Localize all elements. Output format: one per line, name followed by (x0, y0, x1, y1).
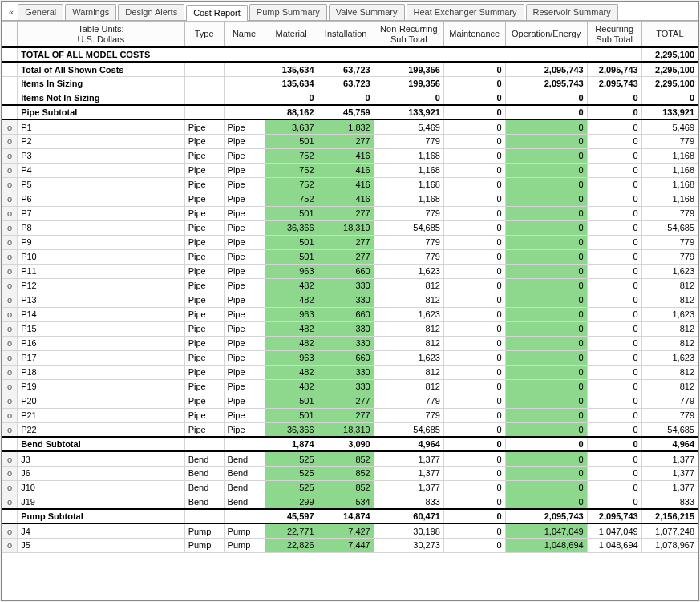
cell-operation[interactable]: 2,095,743 (505, 509, 587, 523)
cell-material[interactable]: 22,826 (265, 538, 318, 552)
cell-nonrecurring[interactable]: 812 (374, 365, 443, 379)
cell-nonrecurring[interactable]: 812 (374, 379, 443, 394)
cell-total[interactable]: 1,623 (641, 264, 698, 278)
cost-grid-scroll[interactable]: Table Units:U.S. Dollars Type Name Mater… (2, 21, 698, 600)
row-marker[interactable]: o (2, 321, 18, 336)
row-marker[interactable] (2, 76, 18, 91)
hdr-total[interactable]: TOTAL (641, 22, 698, 48)
cell-installation[interactable]: 660 (318, 350, 374, 365)
cell-material[interactable]: 482 (265, 278, 318, 293)
cell-recurring[interactable]: 0 (587, 350, 641, 365)
cell-material[interactable]: 482 (265, 321, 318, 336)
cell-recurring[interactable]: 0 (587, 466, 641, 480)
cell-label[interactable]: Pipe Subtotal (18, 105, 184, 119)
cell-installation[interactable]: 18,319 (318, 422, 374, 437)
cell-recurring[interactable]: 0 (587, 451, 641, 466)
cell-recurring[interactable]: 0 (587, 192, 641, 206)
tab-heat-exchanger-summary[interactable]: Heat Exchanger Summary (407, 4, 524, 20)
cell-operation[interactable]: 0 (505, 148, 587, 163)
cell-name[interactable]: Bend (224, 480, 265, 495)
cell-name[interactable]: Pipe (224, 177, 265, 192)
cell-material[interactable]: 482 (265, 293, 318, 307)
row-marker[interactable]: o (2, 148, 18, 163)
cell-type[interactable]: Pipe (184, 235, 224, 249)
cell-maintenance[interactable]: 0 (443, 148, 505, 163)
hdr-name[interactable]: Name (224, 22, 265, 48)
cell-operation[interactable]: 2,095,743 (505, 76, 587, 91)
cell-label[interactable]: J19 (18, 495, 184, 509)
cell-maintenance[interactable]: 0 (443, 379, 505, 394)
cell-installation[interactable]: 330 (318, 293, 374, 307)
cell-recurring[interactable]: 0 (587, 206, 641, 220)
cell-nonrecurring[interactable]: 1,168 (374, 177, 443, 192)
cell-material[interactable]: 1,874 (265, 437, 318, 451)
cell-installation[interactable]: 277 (318, 206, 374, 220)
cell-name[interactable]: Pipe (224, 119, 265, 134)
collapse-chevron-icon[interactable]: « (5, 6, 18, 20)
cell-maintenance[interactable]: 0 (443, 264, 505, 278)
row-marker[interactable]: o (2, 177, 18, 192)
cell-recurring[interactable]: 0 (587, 177, 641, 192)
cell-label[interactable]: P9 (18, 235, 184, 249)
cell-installation[interactable]: 14,874 (318, 509, 374, 523)
cell-recurring[interactable]: 0 (587, 307, 641, 321)
cell-recurring[interactable]: 0 (587, 408, 641, 422)
cell-installation[interactable]: 330 (318, 379, 374, 394)
row-marker[interactable]: o (2, 480, 18, 495)
cell-label[interactable]: P16 (18, 336, 184, 350)
cell-name[interactable]: Pipe (224, 293, 265, 307)
cell-label[interactable]: J4 (18, 523, 184, 538)
cell-operation[interactable]: 0 (505, 264, 587, 278)
cell-total[interactable]: 1,078,967 (641, 538, 698, 552)
cell-maintenance[interactable]: 0 (443, 422, 505, 437)
cell-installation[interactable]: 45,759 (318, 105, 374, 119)
cell-name[interactable]: Bend (224, 495, 265, 509)
cell-type[interactable] (184, 91, 224, 105)
cell-installation[interactable]: 63,723 (318, 76, 374, 91)
row-marker[interactable]: o (2, 523, 18, 538)
cell-operation[interactable]: 0 (505, 365, 587, 379)
cell-label[interactable]: P17 (18, 350, 184, 365)
cell-operation[interactable]: 0 (505, 91, 587, 105)
row-marker[interactable]: o (2, 206, 18, 220)
row-marker[interactable]: o (2, 134, 18, 148)
cell-installation[interactable]: 330 (318, 365, 374, 379)
cell-name[interactable]: Pipe (224, 163, 265, 177)
cell-maintenance[interactable]: 0 (443, 220, 505, 235)
hdr-installation[interactable]: Installation (318, 22, 374, 48)
cell-name[interactable] (224, 105, 265, 119)
cell-material[interactable]: 22,771 (265, 523, 318, 538)
cell-total[interactable]: 1,623 (641, 350, 698, 365)
hdr-type[interactable]: Type (184, 22, 224, 48)
cell-total[interactable]: 54,685 (641, 422, 698, 437)
cell-installation[interactable]: 416 (318, 177, 374, 192)
cell-maintenance[interactable]: 0 (443, 76, 505, 91)
cell-label[interactable]: P11 (18, 264, 184, 278)
cell-type[interactable]: Pipe (184, 192, 224, 206)
cell-nonrecurring[interactable]: 779 (374, 134, 443, 148)
cell-maintenance[interactable]: 0 (443, 293, 505, 307)
cell-label[interactable]: P20 (18, 394, 184, 408)
cell-name[interactable]: Pipe (224, 422, 265, 437)
cell-type[interactable]: Bend (184, 466, 224, 480)
cell-type[interactable]: Pipe (184, 220, 224, 235)
cell-operation[interactable]: 0 (505, 350, 587, 365)
cell-material[interactable]: 501 (265, 249, 318, 264)
cell-nonrecurring[interactable]: 812 (374, 293, 443, 307)
cell-installation[interactable]: 416 (318, 192, 374, 206)
hdr-material[interactable]: Material (265, 22, 318, 48)
cell-total[interactable]: 2,156,215 (641, 509, 698, 523)
cell-nonrecurring[interactable]: 5,469 (374, 119, 443, 134)
cell-type[interactable] (184, 437, 224, 451)
cell-material[interactable]: 501 (265, 394, 318, 408)
cell-recurring[interactable]: 0 (587, 422, 641, 437)
cell-nonrecurring[interactable]: 199,356 (374, 76, 443, 91)
cell-name[interactable]: Pipe (224, 148, 265, 163)
cell-name[interactable]: Pipe (224, 307, 265, 321)
cell-total[interactable]: 133,921 (641, 105, 698, 119)
cell-operation[interactable]: 0 (505, 321, 587, 336)
cell-nonrecurring[interactable]: 779 (374, 408, 443, 422)
cell-installation[interactable]: 277 (318, 394, 374, 408)
cell-name[interactable]: Pipe (224, 350, 265, 365)
cell-installation[interactable]: 852 (318, 480, 374, 495)
